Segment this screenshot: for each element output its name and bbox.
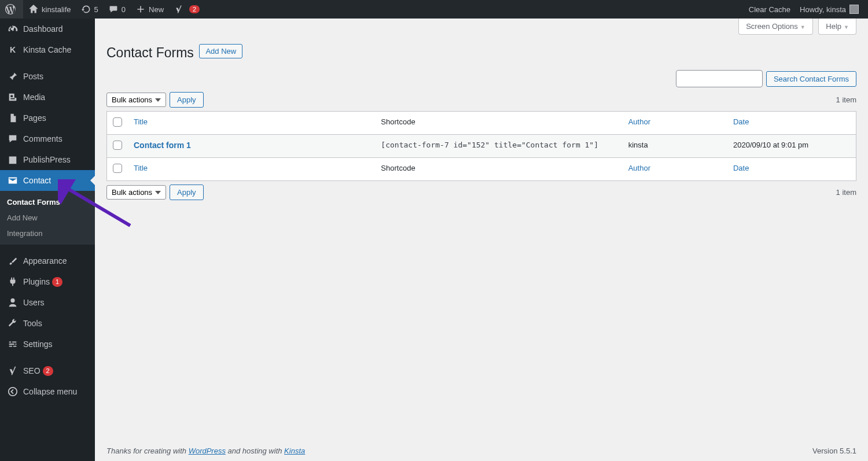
- submenu-integration[interactable]: Integration: [0, 226, 95, 241]
- col-date[interactable]: Date: [733, 117, 749, 126]
- menu-collapse-label: Collapse menu: [23, 387, 77, 396]
- menu-appearance[interactable]: Appearance: [0, 250, 95, 271]
- help-label: Help: [826, 22, 841, 31]
- refresh-icon: [80, 3, 92, 15]
- help-toggle[interactable]: Help▼: [818, 19, 856, 35]
- media-icon: [7, 91, 19, 103]
- sliders-icon: [7, 338, 19, 350]
- select-all-top[interactable]: [113, 117, 122, 127]
- table-row: Contact form 1 [contact-form-7 id="152" …: [107, 135, 856, 158]
- home-icon: [28, 3, 39, 15]
- row-title[interactable]: Contact form 1: [134, 141, 191, 150]
- menu-posts-label: Posts: [23, 72, 43, 81]
- submenu-contact: Contact Forms Add New Integration: [0, 191, 95, 245]
- col-author-foot[interactable]: Author: [628, 164, 650, 172]
- menu-media[interactable]: Media: [0, 87, 95, 108]
- menu-pages[interactable]: Pages: [0, 108, 95, 128]
- menu-appearance-label: Appearance: [23, 256, 67, 265]
- screen-meta-links: Screen Options▼ Help▼: [95, 19, 868, 35]
- col-author[interactable]: Author: [628, 117, 650, 126]
- new-label: New: [149, 5, 164, 14]
- menu-plugins-label: Plugins: [23, 277, 50, 286]
- svg-point-0: [9, 388, 17, 396]
- clear-cache-label: Clear Cache: [749, 5, 790, 14]
- new-content[interactable]: New: [130, 0, 168, 19]
- menu-plugins[interactable]: Plugins1: [0, 271, 95, 292]
- wp-logo[interactable]: [0, 0, 23, 19]
- menu-publishpress[interactable]: PublishPress: [0, 149, 95, 170]
- plugins-badge: 1: [52, 277, 62, 287]
- menu-media-label: Media: [23, 93, 45, 102]
- row-shortcode: [contact-form-7 id="152" title="Contact …: [381, 141, 598, 149]
- menu-posts[interactable]: Posts: [0, 66, 95, 87]
- seo-badge: 2: [43, 366, 53, 376]
- menu-dashboard[interactable]: Dashboard: [0, 19, 95, 39]
- admin-bar: kinstalife 5 0 New 2 Clear Cache Howdy, …: [0, 0, 868, 19]
- dashboard-icon: [7, 23, 19, 35]
- menu-settings[interactable]: Settings: [0, 334, 95, 355]
- yoast-badge: 2: [189, 5, 200, 13]
- footer: Thanks for creating with WordPress and h…: [95, 441, 868, 461]
- menu-settings-label: Settings: [23, 340, 53, 349]
- menu-users[interactable]: Users: [0, 292, 95, 313]
- updates[interactable]: 5: [76, 0, 103, 19]
- bulk-actions-select-bottom[interactable]: Bulk actions: [106, 185, 166, 200]
- search-contact-forms-button[interactable]: Search Contact Forms: [766, 71, 856, 87]
- wordpress-link[interactable]: WordPress: [189, 447, 226, 455]
- avatar: [849, 5, 859, 14]
- chevron-down-icon: ▼: [800, 24, 806, 30]
- menu-pages-label: Pages: [23, 113, 46, 123]
- col-title[interactable]: Title: [134, 117, 148, 126]
- wrench-icon: [7, 318, 19, 329]
- calendar-icon: [7, 154, 19, 165]
- menu-users-label: Users: [23, 298, 45, 307]
- yoast[interactable]: 2: [168, 0, 204, 19]
- comment-icon: [108, 3, 119, 15]
- col-shortcode: Shortcode: [381, 117, 415, 126]
- bulk-actions-select-top[interactable]: Bulk actions: [106, 93, 166, 107]
- brush-icon: [7, 255, 19, 267]
- howdy-label: Howdy, kinsta: [800, 5, 846, 14]
- apply-button-top[interactable]: Apply: [170, 92, 204, 108]
- wordpress-icon: [5, 3, 16, 15]
- submenu-contact-forms[interactable]: Contact Forms: [0, 194, 95, 210]
- collapse-icon: [7, 386, 19, 397]
- add-new-button[interactable]: Add New: [199, 44, 242, 58]
- menu-seo-label: SEO: [23, 366, 41, 375]
- clear-cache[interactable]: Clear Cache: [744, 0, 795, 19]
- submenu-add-new[interactable]: Add New: [0, 210, 95, 226]
- apply-button-bottom[interactable]: Apply: [170, 185, 204, 200]
- search-input[interactable]: [676, 70, 763, 87]
- screen-options-toggle[interactable]: Screen Options▼: [738, 19, 813, 35]
- menu-comments[interactable]: Comments: [0, 128, 95, 149]
- updates-count: 5: [94, 5, 98, 14]
- select-all-bottom[interactable]: [113, 164, 122, 173]
- menu-kinsta-cache[interactable]: KKinsta Cache: [0, 39, 95, 60]
- chevron-down-icon: ▼: [844, 24, 849, 30]
- menu-contact[interactable]: Contact: [0, 170, 95, 191]
- item-count-bottom: 1 item: [836, 188, 856, 197]
- comments[interactable]: 0: [103, 0, 130, 19]
- menu-tools-label: Tools: [23, 319, 42, 328]
- menu-tools[interactable]: Tools: [0, 313, 95, 334]
- yoast-icon: [173, 3, 185, 15]
- footer-version: Version 5.5.1: [812, 447, 856, 455]
- my-account[interactable]: Howdy, kinsta: [795, 0, 863, 19]
- kinsta-link[interactable]: Kinsta: [284, 447, 305, 455]
- footer-thanks: Thanks for creating with WordPress and h…: [106, 447, 305, 455]
- yoast-menu-icon: [7, 365, 19, 377]
- contact-forms-table: Title Shortcode Author Date Contact form…: [106, 111, 856, 181]
- menu-collapse[interactable]: Collapse menu: [0, 381, 95, 402]
- col-date-foot[interactable]: Date: [733, 164, 749, 172]
- menu-seo[interactable]: SEO2: [0, 360, 95, 381]
- plus-icon: [135, 3, 146, 15]
- col-title-foot[interactable]: Title: [134, 164, 148, 172]
- menu-contact-label: Contact: [23, 176, 51, 185]
- site-name[interactable]: kinstalife: [23, 0, 76, 19]
- plugin-icon: [7, 276, 19, 287]
- comments-count: 0: [122, 5, 126, 14]
- menu-dashboard-label: Dashboard: [23, 24, 63, 34]
- row-checkbox[interactable]: [113, 141, 122, 150]
- menu-kinsta-cache-label: Kinsta Cache: [23, 45, 71, 54]
- page-icon: [7, 112, 19, 124]
